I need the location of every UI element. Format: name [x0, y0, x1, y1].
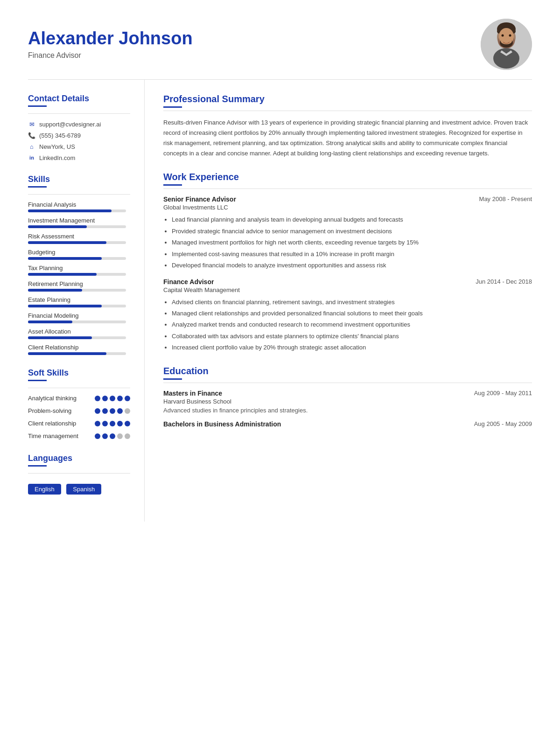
- linkedin-icon: in: [28, 154, 35, 161]
- work-experience-title: Work Experience: [163, 172, 532, 182]
- languages-underline: [28, 465, 47, 467]
- dot: [95, 433, 100, 439]
- contact-divider: [28, 113, 130, 114]
- contact-title: Contact Details: [28, 94, 130, 104]
- education-divider: [163, 383, 532, 383]
- summary-text: Results-driven Finance Advisor with 13 y…: [163, 118, 532, 159]
- job-1-bullets: Lead financial planning and analysis tea…: [163, 215, 532, 270]
- summary-divider: [163, 111, 532, 111]
- skill-retirement-planning: Retirement Planning: [28, 280, 130, 292]
- skill-risk-assessment: Risk Assessment: [28, 233, 130, 244]
- soft-skills-title: Soft Skills: [28, 368, 130, 378]
- list-item: Managed client relationships and provide…: [172, 308, 532, 318]
- dot: [102, 396, 108, 401]
- edu-1-school: Harvard Business School: [163, 398, 532, 405]
- language-spanish: Spanish: [66, 484, 101, 495]
- skills-underline: [28, 186, 47, 188]
- contact-phone: 📞 (555) 345-6789: [28, 132, 130, 139]
- edu-2-degree: Bachelors in Business Administration: [163, 420, 281, 428]
- job-1-company: Global Investments LLC: [163, 204, 532, 211]
- job-2: Finance Advisor Jun 2014 - Dec 2018 Capi…: [163, 278, 532, 353]
- soft-skill-client-relationship: Client relationship: [28, 420, 130, 428]
- skill-estate-planning: Estate Planning: [28, 296, 130, 307]
- edu-1-degree: Masters in Finance: [163, 390, 222, 397]
- dot: [125, 421, 130, 426]
- summary-title: Professional Summary: [163, 94, 532, 105]
- soft-skill-problem-solving: Problem-solving: [28, 407, 130, 415]
- contact-section: Contact Details ✉ support@cvdesigner.ai …: [28, 94, 130, 161]
- dot: [110, 421, 115, 426]
- language-tags: English Spanish: [28, 480, 130, 495]
- list-item: Analyzed market trends and conducted res…: [172, 320, 532, 329]
- dot: [95, 421, 100, 426]
- job-1-header: Senior Finance Advisor May 2008 - Presen…: [163, 195, 532, 203]
- languages-title: Languages: [28, 453, 130, 463]
- skill-investment-management: Investment Management: [28, 217, 130, 228]
- edu-2-header: Bachelors in Business Administration Aug…: [163, 420, 532, 428]
- header-left: Alexander Johnson Finance Advisor: [28, 29, 481, 60]
- dot: [110, 396, 115, 401]
- work-experience-section: Work Experience Senior Finance Advisor M…: [163, 172, 532, 352]
- contact-email: ✉ support@cvdesigner.ai: [28, 120, 130, 128]
- email-icon: ✉: [28, 120, 35, 128]
- skill-budgeting: Budgeting: [28, 249, 130, 260]
- svg-point-8: [509, 35, 511, 37]
- education-title: Education: [163, 366, 532, 376]
- skill-financial-modeling: Financial Modeling: [28, 312, 130, 323]
- list-item: Advised clients on financial planning, r…: [172, 297, 532, 307]
- job-2-header: Finance Advisor Jun 2014 - Dec 2018: [163, 278, 532, 286]
- soft-skill-time-management: Time management: [28, 432, 130, 440]
- dot: [95, 408, 100, 414]
- main-content: Contact Details ✉ support@cvdesigner.ai …: [0, 80, 560, 522]
- work-experience-underline: [163, 184, 182, 186]
- dot: [117, 421, 123, 426]
- education-section: Education Masters in Finance Aug 2009 - …: [163, 366, 532, 428]
- skill-asset-allocation: Asset Allocation: [28, 328, 130, 339]
- skill-financial-analysis: Financial Analysis: [28, 201, 130, 212]
- dot: [117, 433, 123, 439]
- contact-linkedin: in LinkedIn.com: [28, 154, 130, 161]
- svg-point-7: [502, 35, 504, 37]
- candidate-title: Finance Advisor: [28, 51, 481, 60]
- dot: [125, 396, 130, 401]
- list-item: Provided strategic financial advice to s…: [172, 226, 532, 236]
- list-item: Developed financial models to analyze in…: [172, 260, 532, 270]
- linkedin-text: LinkedIn.com: [39, 154, 75, 161]
- resume-header: Alexander Johnson Finance Advisor: [0, 0, 560, 79]
- edu-1: Masters in Finance Aug 2009 - May 2011 H…: [163, 390, 532, 414]
- email-text: support@cvdesigner.ai: [39, 121, 101, 128]
- dot: [125, 433, 130, 439]
- dot: [117, 408, 123, 414]
- job-2-title: Finance Advisor: [163, 278, 214, 286]
- svg-point-3: [493, 48, 519, 69]
- job-2-bullets: Advised clients on financial planning, r…: [163, 297, 532, 353]
- edu-2: Bachelors in Business Administration Aug…: [163, 420, 532, 428]
- contact-location: ⌂ NewYork, US: [28, 143, 130, 150]
- soft-skills-section: Soft Skills Analytical thinking Problem-…: [28, 368, 130, 440]
- edu-2-date: Aug 2005 - May 2009: [474, 420, 532, 427]
- soft-skill-analytical: Analytical thinking: [28, 395, 130, 403]
- dot: [102, 408, 108, 414]
- job-1-date: May 2008 - Present: [479, 195, 532, 202]
- dot: [110, 433, 115, 439]
- dot: [110, 408, 115, 414]
- edu-1-date: Aug 2009 - May 2011: [474, 390, 532, 397]
- language-english: English: [28, 484, 61, 495]
- phone-icon: 📞: [28, 132, 35, 139]
- job-1-title: Senior Finance Advisor: [163, 195, 236, 203]
- soft-skills-divider: [28, 388, 130, 388]
- work-experience-divider: [163, 188, 532, 189]
- phone-text: (555) 345-6789: [39, 132, 81, 139]
- dot: [102, 421, 108, 426]
- dot: [117, 396, 123, 401]
- contact-underline: [28, 105, 47, 107]
- edu-1-header: Masters in Finance Aug 2009 - May 2011: [163, 390, 532, 397]
- job-2-date: Jun 2014 - Dec 2018: [476, 278, 532, 285]
- soft-skills-underline: [28, 380, 47, 381]
- list-item: Implemented cost-saving measures that re…: [172, 249, 532, 259]
- skill-tax-planning: Tax Planning: [28, 265, 130, 276]
- languages-divider: [28, 473, 130, 474]
- list-item: Collaborated with tax advisors and estat…: [172, 331, 532, 341]
- list-item: Managed investment portfolios for high n…: [172, 237, 532, 247]
- skills-divider: [28, 194, 130, 195]
